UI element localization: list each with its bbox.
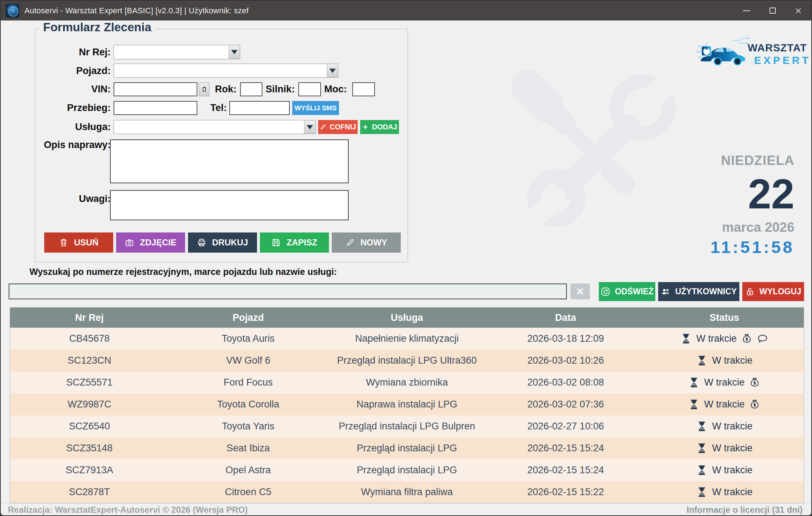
maximize-icon bbox=[770, 8, 776, 14]
logo-warsztat-text: WARSZTAT bbox=[748, 42, 811, 54]
close-button[interactable] bbox=[785, 1, 811, 20]
minimize-button[interactable] bbox=[734, 1, 760, 20]
cell-pojazd: Toyota Corolla bbox=[169, 399, 328, 410]
vin-label: VIN: bbox=[35, 82, 111, 96]
status-text: W trakcie bbox=[712, 487, 753, 498]
clear-search-button[interactable] bbox=[570, 284, 590, 299]
moneybag-icon bbox=[749, 399, 760, 410]
vin-field[interactable] bbox=[114, 82, 197, 96]
usluga-combobox[interactable] bbox=[114, 120, 316, 134]
table-row[interactable]: SCZ6540Toyota YarisPrzegląd instalacji L… bbox=[10, 415, 804, 437]
hourglass-icon bbox=[688, 399, 699, 410]
undo-service-button[interactable]: COFNIJ bbox=[318, 120, 358, 134]
pen-icon bbox=[345, 238, 355, 247]
hourglass-icon bbox=[680, 333, 692, 344]
brand-logo: WARSZTAT EXPERT bbox=[694, 32, 804, 77]
orders-table: Nr Rej Pojazd Usługa Data Status CB45678… bbox=[10, 307, 804, 503]
table-row[interactable]: WZ9987CToyota CorollaNaprawa instalacji … bbox=[10, 393, 804, 415]
refresh-label: ODŚWIEŻ bbox=[615, 287, 653, 296]
clock: 11:51:58 bbox=[710, 237, 794, 257]
moc-field[interactable] bbox=[352, 82, 375, 96]
uwagi-textarea[interactable] bbox=[110, 190, 349, 220]
header-data: Data bbox=[486, 312, 645, 323]
cell-pojazd: Ford Focus bbox=[169, 377, 328, 388]
table-row[interactable]: SC2878TCitroen C5Wymiana filtra paliwa20… bbox=[10, 481, 804, 503]
cell-data: 2026-02-15 15:22 bbox=[486, 487, 645, 498]
new-button[interactable]: NOWY bbox=[332, 232, 401, 253]
date-panel: NIEDZIELA 22 marca 2026 11:51:58 bbox=[643, 153, 794, 257]
refresh-button[interactable]: ODŚWIEŻ bbox=[599, 282, 655, 301]
cell-nr-rej: WZ9987C bbox=[10, 399, 169, 410]
footer-credits: Realizacja: WarsztatExpert-Autoservi © 2… bbox=[8, 505, 248, 515]
camera-icon bbox=[125, 238, 134, 247]
cell-status: W trakcie bbox=[645, 487, 804, 498]
logout-label: WYLOGUJ bbox=[760, 287, 801, 296]
hourglass-icon bbox=[696, 487, 707, 498]
license-info-link[interactable]: Informacje o licencji (31 dni) bbox=[687, 505, 803, 515]
maximize-button[interactable] bbox=[760, 1, 785, 20]
table-row[interactable]: SCZ7913AOpel AstraPrzegląd instalacji LP… bbox=[10, 459, 804, 481]
titlebar: Autoservi - Warsztat Expert [BASIC] [v2.… bbox=[1, 1, 811, 20]
cell-nr-rej: SCZ6540 bbox=[10, 421, 169, 432]
status-text: W trakcie bbox=[712, 465, 753, 476]
cell-pojazd: Toyota Auris bbox=[169, 333, 328, 344]
header-status: Status bbox=[645, 312, 804, 323]
cell-status: W trakcie bbox=[645, 333, 804, 344]
window-controls bbox=[734, 1, 811, 20]
search-label: Wyszukaj po numerze rejestracyjnym, marc… bbox=[29, 267, 337, 277]
table-row[interactable]: SC123CNVW Golf 6Przegląd instalacji LPG … bbox=[10, 350, 804, 372]
photo-button[interactable]: ZDJĘCIE bbox=[116, 232, 185, 253]
usluga-label: Usługa: bbox=[35, 120, 111, 134]
opis-naprawy-textarea[interactable] bbox=[110, 139, 349, 183]
cell-status: W trakcie bbox=[645, 465, 804, 476]
status-text: W trakcie bbox=[712, 443, 753, 454]
cell-usluga: Wymiana zbiornika bbox=[327, 377, 486, 388]
pojazd-dropdown-button[interactable] bbox=[327, 64, 338, 77]
send-sms-button[interactable]: WYŚLIJ SMS bbox=[292, 101, 339, 115]
cell-nr-rej: SCZ35148 bbox=[10, 443, 169, 454]
cell-data: 2026-03-18 12:09 bbox=[486, 333, 645, 344]
add-service-button[interactable]: DODAJ bbox=[360, 120, 399, 134]
plus-icon bbox=[362, 124, 369, 130]
cell-usluga: Przegląd instalacji LPG bbox=[327, 465, 486, 476]
table-row[interactable]: SCZ55571Ford FocusWymiana zbiornika2026-… bbox=[10, 372, 804, 393]
moc-label: Moc: bbox=[311, 82, 347, 96]
nr-rej-combobox[interactable] bbox=[114, 45, 240, 59]
cell-nr-rej: SC123CN bbox=[10, 355, 169, 366]
undo-service-label: COFNIJ bbox=[330, 123, 356, 131]
status-text: W trakcie bbox=[712, 355, 753, 366]
table-row[interactable]: CB45678Toyota AurisNapełnienie klimatyza… bbox=[10, 328, 804, 350]
przebieg-field[interactable] bbox=[114, 101, 197, 115]
refresh-icon bbox=[601, 287, 610, 296]
delete-label: USUŃ bbox=[74, 238, 98, 248]
app-logo-icon bbox=[6, 4, 19, 18]
print-button[interactable]: DRUKUJ bbox=[188, 232, 257, 253]
month-year-label: marca 2026 bbox=[722, 220, 794, 235]
table-row[interactable]: SCZ35148Seat IbizaPrzegląd instalacji LP… bbox=[10, 437, 804, 459]
minimize-icon bbox=[743, 10, 750, 11]
przebieg-label: Przebieg: bbox=[35, 101, 111, 115]
save-button[interactable]: ZAPISZ bbox=[260, 232, 329, 253]
app-window: Autoservi - Warsztat Expert [BASIC] [v2.… bbox=[0, 0, 812, 516]
delete-button[interactable]: USUŃ bbox=[44, 232, 113, 253]
table-header: Nr Rej Pojazd Usługa Data Status bbox=[10, 308, 804, 328]
save-label: ZAPISZ bbox=[286, 238, 317, 248]
tel-field[interactable] bbox=[229, 101, 290, 115]
day-number: 22 bbox=[748, 173, 794, 215]
search-input[interactable] bbox=[9, 284, 567, 299]
cell-data: 2026-02-27 10:06 bbox=[486, 421, 645, 432]
usluga-dropdown-button[interactable] bbox=[304, 120, 315, 134]
cell-usluga: Naprawa instalacji LPG bbox=[327, 399, 486, 410]
cell-status: W trakcie bbox=[645, 399, 804, 410]
add-service-label: DODAJ bbox=[372, 123, 397, 131]
cell-data: 2026-02-15 15:24 bbox=[486, 443, 645, 454]
cell-pojazd: Citroen C5 bbox=[169, 487, 328, 498]
users-button[interactable]: UŻYTKOWNICY bbox=[658, 282, 739, 301]
send-sms-label: WYŚLIJ SMS bbox=[294, 104, 336, 112]
logout-button[interactable]: WYLOGUJ bbox=[742, 282, 804, 301]
close-icon bbox=[794, 7, 802, 15]
cell-pojazd: VW Golf 6 bbox=[169, 355, 328, 366]
cell-usluga: Wymiana filtra paliwa bbox=[327, 487, 486, 498]
pojazd-combobox[interactable] bbox=[114, 64, 338, 78]
nr-rej-dropdown-button[interactable] bbox=[229, 45, 240, 59]
